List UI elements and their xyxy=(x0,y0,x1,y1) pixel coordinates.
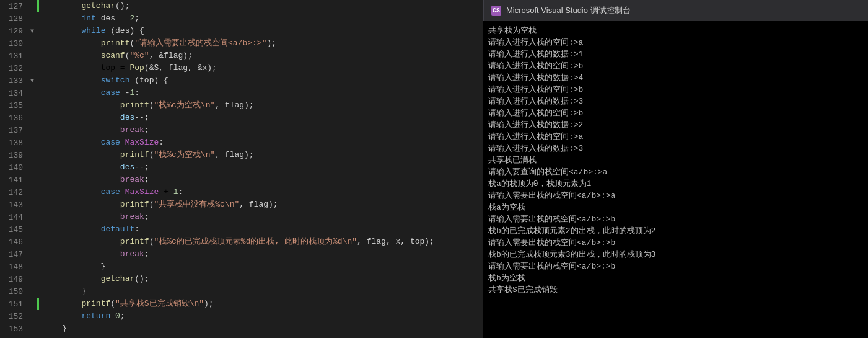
code-token: (); xyxy=(134,274,149,283)
change-indicator xyxy=(37,87,39,99)
console-line: 栈b的已完成栈顶元素2的出栈，此时的栈顶为2 xyxy=(488,225,863,237)
console-line: 请输入进行入栈的数据:>1 xyxy=(488,48,863,60)
change-indicator xyxy=(37,74,39,87)
code-token: (top) { xyxy=(129,76,168,85)
change-indicator xyxy=(37,298,39,310)
code-content: break; xyxy=(40,211,483,223)
code-content: printf("共享栈S已完成销毁\n"); xyxy=(40,298,483,310)
console-line: 请输入进行入栈的空间:>a xyxy=(488,131,863,143)
console-line: 请输入要查询的栈空间<a/b>:>a xyxy=(488,166,863,178)
code-token: , flag); xyxy=(215,150,253,159)
code-line: 143 printf("共享栈中没有栈%c\n", flag); xyxy=(0,198,483,211)
console-line: 请输入需要出栈的栈空间<a/b>:>b xyxy=(488,213,863,225)
code-token xyxy=(43,150,120,159)
code-token: des xyxy=(120,162,134,172)
code-line: 136 des--; xyxy=(0,112,483,124)
code-token: printf xyxy=(101,38,130,48)
console-line: 请输入进行入栈的数据:>2 xyxy=(488,119,863,131)
code-content: printf("请输入需要出栈的栈空间<a/b>:>"); xyxy=(40,37,483,50)
code-token: (); xyxy=(115,1,129,11)
console-line: 共享栈已满栈 xyxy=(488,154,863,166)
console-line: 请输入需要出栈的栈空间<a/b>:>b xyxy=(488,237,863,249)
line-number: 129 xyxy=(0,27,28,36)
line-number: 130 xyxy=(0,39,28,48)
code-token: : xyxy=(134,88,139,97)
console-line: 共享栈S已完成销毁 xyxy=(488,284,863,296)
code-token: printf xyxy=(120,200,149,209)
code-content: getchar(); xyxy=(40,0,483,12)
code-content: case MaxSize + 1: xyxy=(40,186,483,198)
code-token: "共享栈S已完成销毁\n" xyxy=(115,299,204,308)
change-indicator xyxy=(37,236,39,248)
console-line: 请输入需要出栈的栈空间<a/b>:>a xyxy=(488,190,863,202)
line-number: 134 xyxy=(0,89,28,98)
line-number: 145 xyxy=(0,225,28,234)
line-number: 153 xyxy=(0,324,28,334)
code-token xyxy=(43,76,101,85)
change-indicator xyxy=(37,99,39,112)
console-line: 栈b为空栈 xyxy=(488,272,863,284)
code-token xyxy=(120,187,125,197)
code-token: break xyxy=(120,212,144,221)
code-content: scanf("%c", &flag); xyxy=(40,50,483,62)
code-token xyxy=(43,125,120,135)
console-line: 栈b的已完成栈顶元素3的出栈，此时的栈顶为3 xyxy=(488,249,863,260)
code-content: break; xyxy=(40,248,483,260)
code-token xyxy=(43,249,120,259)
console-line: 请输入进行入栈的数据:>3 xyxy=(488,96,863,107)
console-line: 请输入进行入栈的空间:>b xyxy=(488,84,863,96)
code-content: getchar(); xyxy=(40,273,483,285)
code-token xyxy=(43,51,101,60)
code-lines: 127 getchar();128 int des = 2;129▼ while… xyxy=(0,0,483,338)
code-token xyxy=(43,237,120,246)
code-content: des--; xyxy=(40,112,483,124)
console-line: 栈a的栈顶为0，栈顶元素为1 xyxy=(488,178,863,190)
code-token: case xyxy=(101,138,120,147)
code-line: 153 } xyxy=(0,322,483,335)
code-content: printf("栈%c为空栈\n", flag); xyxy=(40,149,483,161)
line-number: 147 xyxy=(0,250,28,259)
code-content: printf("栈%c的已完成栈顶元素%d的出栈, 此时的栈顶为%d\n", f… xyxy=(40,236,483,248)
console-titlebar: CS Microsoft Visual Studio 调试控制台 xyxy=(483,0,868,21)
code-token xyxy=(43,200,120,209)
code-token: ( xyxy=(110,299,115,308)
line-number: 141 xyxy=(0,176,28,185)
fold-gutter: ▼ xyxy=(28,28,37,35)
code-line: 128 int des = 2; xyxy=(0,12,483,25)
code-token xyxy=(43,100,120,110)
code-token: (des) { xyxy=(105,26,144,35)
code-token: } xyxy=(43,262,105,271)
code-token xyxy=(110,311,115,321)
code-token xyxy=(43,311,81,321)
code-token xyxy=(43,225,101,234)
console-line: 栈a为空栈 xyxy=(488,202,863,213)
code-line: 135 printf("栈%c为空栈\n", flag); xyxy=(0,99,483,112)
code-line: 147 break; xyxy=(0,248,483,260)
code-token: "请输入需要出栈的栈空间<a/b>:>" xyxy=(134,38,266,48)
console-line: 请输入进行入栈的空间:>b xyxy=(488,107,863,119)
code-line: 129▼ while (des) { xyxy=(0,25,483,37)
change-indicator xyxy=(37,0,39,12)
change-indicator xyxy=(37,248,39,260)
code-line: 139 printf("栈%c为空栈\n", flag); xyxy=(0,149,483,161)
code-token xyxy=(43,1,81,11)
line-number: 146 xyxy=(0,238,28,247)
console-line: 请输入进行入栈的数据:>4 xyxy=(488,72,863,84)
code-editor: 127 getchar();128 int des = 2;129▼ while… xyxy=(0,0,483,338)
console-line: 请输入进行入栈的空间:>a xyxy=(488,37,863,48)
console-body: 共享栈为空栈请输入进行入栈的空间:>a请输入进行入栈的数据:>1请输入进行入栈的… xyxy=(483,21,868,338)
code-line: 141 break; xyxy=(0,174,483,186)
code-content: } xyxy=(40,322,483,335)
code-token xyxy=(43,187,101,197)
code-token: getchar xyxy=(81,1,115,11)
change-indicator xyxy=(37,273,39,285)
code-token: ; xyxy=(144,212,149,221)
code-token xyxy=(43,274,101,283)
line-number: 144 xyxy=(0,213,28,222)
change-indicator xyxy=(37,186,39,198)
code-line: 140 des--; xyxy=(0,161,483,174)
line-number: 133 xyxy=(0,76,28,86)
code-token: --; xyxy=(134,162,149,172)
code-token: top = xyxy=(101,63,130,73)
code-token: (&S, flag, &x); xyxy=(144,63,217,73)
